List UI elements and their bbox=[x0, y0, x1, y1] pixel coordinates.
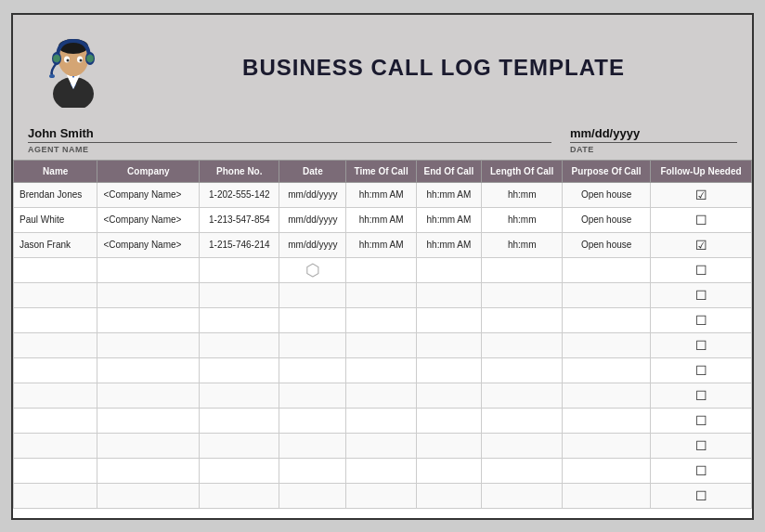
cell-7 bbox=[563, 383, 651, 408]
followup-cell[interactable]: ☐ bbox=[651, 307, 752, 332]
cell-3 bbox=[279, 307, 346, 332]
cell-1 bbox=[97, 483, 200, 508]
cell-2: 1-202-555-142 bbox=[200, 182, 279, 207]
followup-cell[interactable]: ☐ bbox=[651, 282, 752, 307]
table-row: ☐ bbox=[14, 332, 752, 357]
cell-1 bbox=[97, 357, 200, 383]
cell-4: hh:mm AM bbox=[346, 182, 416, 207]
cell-3: mm/dd/yyyy bbox=[279, 232, 346, 257]
cell-6 bbox=[482, 483, 563, 508]
col-phone: Phone No. bbox=[200, 160, 279, 182]
cell-5 bbox=[416, 458, 481, 483]
svg-point-10 bbox=[49, 74, 55, 78]
cell-1 bbox=[97, 307, 200, 332]
cell-4 bbox=[346, 357, 416, 383]
followup-cell[interactable]: ☐ bbox=[651, 357, 752, 383]
title-area: BUSINESS CALL LOG TEMPLATE bbox=[134, 55, 733, 81]
cell-2 bbox=[200, 282, 279, 307]
cell-2 bbox=[200, 383, 279, 408]
followup-cell[interactable]: ☐ bbox=[651, 433, 752, 458]
cell-1 bbox=[97, 458, 200, 483]
cell-4 bbox=[346, 257, 416, 282]
table-row: ☐ bbox=[14, 307, 752, 332]
cell-2 bbox=[200, 433, 279, 458]
cell-6 bbox=[482, 307, 563, 332]
cell-7 bbox=[563, 433, 651, 458]
cell-5 bbox=[416, 357, 481, 383]
followup-cell[interactable]: ☐ bbox=[651, 257, 752, 282]
cell-7 bbox=[563, 408, 651, 433]
table-header: Name Company Phone No. Date Time Of Call… bbox=[14, 160, 752, 182]
cell-0: Brendan Jones bbox=[14, 182, 97, 207]
cell-5 bbox=[416, 408, 481, 433]
header: BUSINESS CALL LOG TEMPLATE bbox=[13, 15, 752, 121]
cell-6 bbox=[482, 332, 563, 357]
cell-1 bbox=[97, 383, 200, 408]
followup-cell[interactable]: ☐ bbox=[651, 458, 752, 483]
cell-6: hh:mm bbox=[482, 232, 563, 257]
cell-7: Open house bbox=[563, 182, 651, 207]
col-end-of-call: End Of Call bbox=[416, 160, 481, 182]
cell-6 bbox=[482, 383, 563, 408]
followup-cell[interactable]: ☐ bbox=[651, 483, 752, 508]
followup-cell[interactable]: ☐ bbox=[651, 332, 752, 357]
followup-cell[interactable]: ☑ bbox=[651, 182, 752, 207]
cell-0: Jason Frank bbox=[14, 232, 97, 257]
cell-3 bbox=[279, 383, 346, 408]
cell-7 bbox=[563, 332, 651, 357]
table-row: ☐ bbox=[14, 383, 752, 408]
cell-2 bbox=[200, 458, 279, 483]
cell-4 bbox=[346, 383, 416, 408]
cell-0 bbox=[14, 408, 97, 433]
cell-4 bbox=[346, 458, 416, 483]
cell-1: <Company Name> bbox=[97, 232, 200, 257]
cell-0 bbox=[14, 282, 97, 307]
date-label: DATE bbox=[570, 145, 737, 154]
cell-6 bbox=[482, 357, 563, 383]
cell-6 bbox=[482, 282, 563, 307]
page-container: BUSINESS CALL LOG TEMPLATE John Smith AG… bbox=[11, 13, 754, 520]
cell-5 bbox=[416, 282, 481, 307]
cell-5 bbox=[416, 257, 481, 282]
cell-3: mm/dd/yyyy bbox=[279, 207, 346, 232]
cell-0 bbox=[14, 332, 97, 357]
cell-7 bbox=[563, 257, 651, 282]
cell-0 bbox=[14, 433, 97, 458]
cell-4 bbox=[346, 433, 416, 458]
agent-date-row: John Smith AGENT NAME mm/dd/yyyy DATE bbox=[13, 121, 752, 160]
avatar-icon bbox=[32, 24, 115, 108]
cell-3 bbox=[279, 408, 346, 433]
cell-0 bbox=[14, 458, 97, 483]
cell-7: Open house bbox=[563, 207, 651, 232]
cell-2: 1-213-547-854 bbox=[200, 207, 279, 232]
agent-name-label: AGENT NAME bbox=[28, 145, 551, 154]
cell-7 bbox=[563, 458, 651, 483]
cell-7 bbox=[563, 483, 651, 508]
table-row: Paul White<Company Name>1-213-547-854mm/… bbox=[14, 207, 752, 232]
followup-cell[interactable]: ☐ bbox=[651, 383, 752, 408]
cell-2 bbox=[200, 408, 279, 433]
cell-0 bbox=[14, 483, 97, 508]
cell-7 bbox=[563, 307, 651, 332]
table-container: Name Company Phone No. Date Time Of Call… bbox=[13, 160, 752, 518]
cell-3 bbox=[279, 483, 346, 508]
date-value: mm/dd/yyyy bbox=[570, 126, 737, 143]
followup-cell[interactable]: ☑ bbox=[651, 232, 752, 257]
cell-1 bbox=[97, 257, 200, 282]
cell-6: hh:mm bbox=[482, 182, 563, 207]
cell-2 bbox=[200, 307, 279, 332]
followup-cell[interactable]: ☐ bbox=[651, 207, 752, 232]
followup-cell[interactable]: ☐ bbox=[651, 408, 752, 433]
cell-2 bbox=[200, 483, 279, 508]
cell-0 bbox=[14, 383, 97, 408]
svg-point-16 bbox=[86, 55, 94, 62]
svg-point-14 bbox=[80, 58, 83, 61]
cell-5 bbox=[416, 383, 481, 408]
cell-3: ⬡ bbox=[279, 257, 346, 282]
cell-0 bbox=[14, 307, 97, 332]
table-row: ☐ bbox=[14, 458, 752, 483]
cell-1 bbox=[97, 408, 200, 433]
cell-2 bbox=[200, 257, 279, 282]
table-row: ⬡☐ bbox=[14, 257, 752, 282]
cell-5: hh:mm AM bbox=[416, 207, 481, 232]
